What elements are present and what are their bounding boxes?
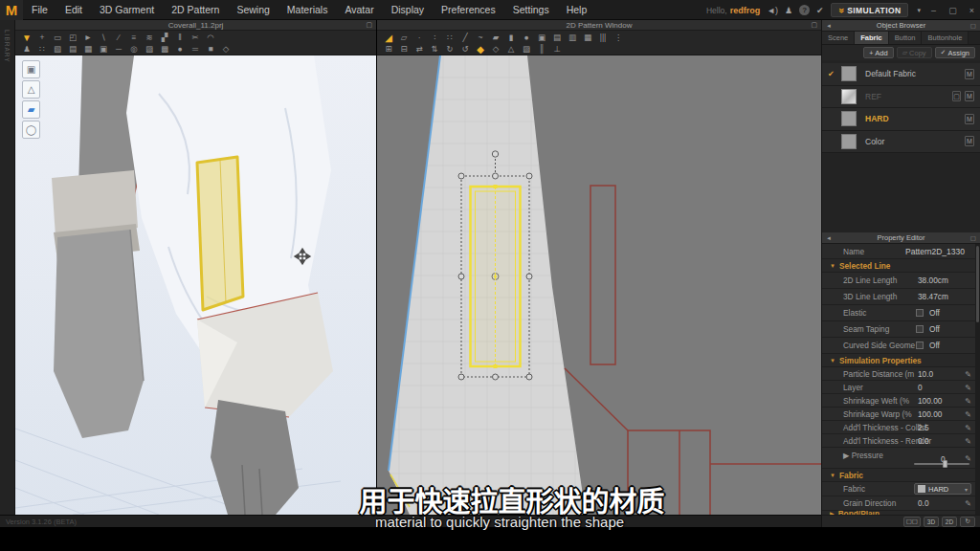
pattern-name-value[interactable]: Pattern2D_1330 [905, 247, 965, 256]
show-pattern-mesh-icon[interactable]: ▤ [65, 44, 80, 55]
scrollbar[interactable] [975, 244, 980, 515]
bind-tool-icon[interactable]: ◎ [126, 44, 142, 55]
section-header[interactable]: ▼ Simulation Properties [822, 354, 980, 367]
help-icon[interactable]: ? [799, 5, 810, 15]
fabric-item[interactable]: ✔ Color ▢ M [822, 131, 980, 154]
notch-tool-icon[interactable]: ⊥ [549, 44, 565, 55]
section-collapse-icon[interactable]: ▼ [830, 263, 835, 269]
select-move-icon[interactable]: + [34, 33, 50, 43]
property-value[interactable]: 2.5 [918, 423, 929, 432]
toggle-checkbox[interactable] [916, 325, 924, 333]
selected-pattern-2d[interactable] [471, 185, 521, 368]
show-seam-toggle-icon[interactable]: ◇ [488, 44, 503, 55]
menu-item[interactable]: Sewing [228, 0, 278, 20]
toggle-checkbox[interactable] [916, 342, 924, 349]
material-tag-icon[interactable]: M [965, 136, 974, 146]
copy-button[interactable]: ▱ Copy [897, 47, 932, 58]
tab-fabric[interactable]: Fabric [855, 32, 889, 44]
menu-item[interactable]: Preferences [433, 0, 504, 20]
circle-dart-tool-icon[interactable]: ▥ [565, 33, 580, 43]
material-tag-icon[interactable]: M [965, 69, 974, 79]
free-sewing-icon[interactable]: ≋ [142, 33, 157, 43]
edit-curvature-icon[interactable]: ╱ [457, 33, 473, 43]
section-header[interactable]: ▼ Selected Line [822, 259, 980, 273]
fabric-item[interactable]: ✔ HARD ▢ M [822, 108, 980, 131]
close-button[interactable]: × [966, 6, 978, 15]
3d-scene[interactable] [15, 55, 376, 515]
menu-item[interactable]: Settings [504, 0, 558, 20]
style-line-icon[interactable]: ◇ [218, 44, 234, 55]
edit-pen-icon[interactable]: ✎ [965, 369, 971, 378]
show-xray-icon[interactable]: ▧ [50, 44, 65, 55]
collapse-panel-icon[interactable]: ◄ [826, 23, 832, 29]
solidify-tool-icon[interactable]: ■ [203, 44, 218, 55]
section-collapse-icon[interactable]: ▼ [830, 358, 835, 364]
segment-sewing-icon[interactable]: ≡ [126, 33, 142, 43]
restore-button[interactable]: ▢ [947, 6, 959, 15]
add-point-multi-icon[interactable]: ∷ [442, 33, 457, 43]
property-value[interactable]: 10.0 [918, 369, 933, 379]
fold-arrangement-icon[interactable]: ▞ [157, 33, 172, 43]
edit-pen-icon[interactable]: ✎ [965, 396, 971, 405]
minimize-button[interactable]: – [927, 6, 940, 15]
edit-pen-icon[interactable]: ✎ [965, 383, 971, 391]
property-value[interactable]: 38.00cm [918, 276, 948, 285]
fabric-item[interactable]: ✔ REF ▢ M [822, 86, 980, 109]
library-sidebar-strip[interactable]: LIBRARY [0, 20, 15, 515]
rotate-cw-icon[interactable]: ↻ [442, 44, 457, 55]
menu-item[interactable]: Display [383, 0, 433, 20]
user-icon[interactable]: ♟ [785, 6, 792, 15]
fabric-swatch[interactable] [841, 111, 857, 126]
assign-button[interactable]: ✓ Assign [935, 47, 975, 58]
material-tag-icon[interactable]: M [965, 114, 974, 124]
specify-dart-tool-icon[interactable]: ▦ [580, 33, 595, 43]
menu-item[interactable]: Materials [278, 0, 337, 20]
press-tool-icon[interactable]: ▣ [96, 44, 111, 55]
fit-map-icon[interactable]: ● [172, 44, 188, 55]
menu-item[interactable]: File [23, 0, 56, 20]
selected-pattern-3d[interactable] [197, 157, 243, 310]
rect-dart-tool-icon[interactable]: ▤ [549, 33, 565, 43]
dart-tool-icon[interactable]: ▣ [534, 33, 549, 43]
detach-panel-icon[interactable]: ▢ [970, 234, 976, 242]
show-avatar-toggle[interactable]: ◯ [22, 121, 40, 139]
rectangle-tool-icon[interactable]: ▮ [503, 33, 519, 43]
menu-item[interactable]: 2D Pattern [163, 0, 228, 20]
property-value[interactable]: Off [929, 308, 940, 318]
transform-pattern-icon[interactable]: ◰ [65, 33, 80, 43]
2d-pattern-canvas[interactable] [377, 55, 821, 515]
tab-button[interactable]: Button [889, 32, 923, 44]
show-avatar-icon[interactable]: ♟ [19, 44, 34, 55]
rotate-ccw-icon[interactable]: ↺ [457, 44, 473, 55]
menu-item[interactable]: Help [558, 0, 596, 20]
slider-thumb[interactable] [943, 460, 947, 468]
strain-map-icon[interactable]: ▨ [142, 44, 157, 55]
menu-item[interactable]: 3D Garment [91, 0, 163, 20]
show-pins-icon[interactable]: ─ [111, 44, 126, 55]
property-value[interactable]: 0.0 [918, 436, 929, 446]
circle-tool-icon[interactable]: ● [519, 33, 534, 43]
transform-pattern-icon[interactable]: ◢ [381, 33, 396, 43]
viewport-3d-titlebar[interactable]: Coverall_11.2prj ▢ [15, 20, 376, 31]
edit-curve-point-icon[interactable]: ~ [473, 33, 488, 43]
pleats-tool-icon[interactable]: ||| [595, 33, 611, 43]
section-collapse-icon[interactable]: ▼ [830, 473, 835, 478]
edit-pen-icon[interactable]: ✎ [965, 423, 971, 431]
toggle-checkbox[interactable] [916, 309, 924, 317]
fabric-swatch[interactable] [841, 66, 857, 81]
sewing-edit-icon[interactable]: ∕ [111, 33, 126, 43]
property-value[interactable]: 100.00 [918, 396, 942, 406]
select-box-icon[interactable]: ▭ [50, 33, 65, 43]
texture-tool-icon[interactable]: ▨ [519, 44, 534, 55]
collapse-panel-icon[interactable]: ◄ [826, 235, 832, 241]
pause-sync-icon[interactable]: ‖ [172, 33, 188, 43]
stress-map-icon[interactable]: ▩ [157, 44, 172, 55]
viewport-3d-canvas[interactable]: ▣△▰◯ [15, 55, 376, 515]
fabric-swatch[interactable] [841, 89, 857, 104]
add-point-icon[interactable]: ∶ [427, 33, 442, 43]
detach-tool-icon[interactable]: ✂ [188, 33, 203, 43]
simulation-dropdown-caret[interactable]: ▾ [917, 7, 921, 14]
detach-panel-icon[interactable]: ▢ [970, 22, 976, 30]
flip-horizontal-icon[interactable]: ⇄ [412, 44, 427, 55]
flip-vertical-icon[interactable]: ⇅ [427, 44, 442, 55]
